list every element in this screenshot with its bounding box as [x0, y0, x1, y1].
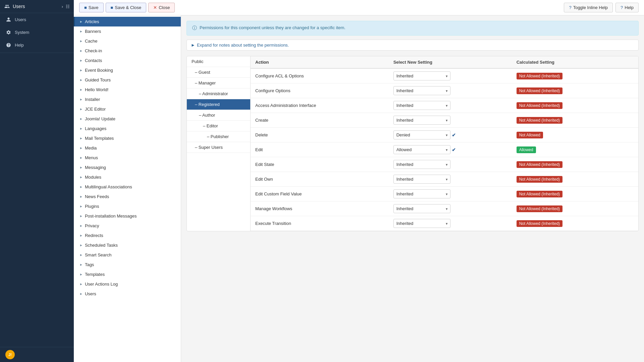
- select-cell: InheritedAllowedDenied✔: [389, 128, 512, 142]
- help-label: Help: [15, 43, 24, 48]
- calc-cell: Not Allowed (Inherited): [512, 83, 638, 98]
- sidebar-item-users[interactable]: Users: [0, 13, 74, 26]
- sidebar-top-left: Users: [4, 3, 25, 9]
- table-row: EditInheritedAllowedDenied✔Allowed: [251, 142, 638, 157]
- sidebar-footer: J!: [0, 347, 74, 362]
- component-privacy[interactable]: ► Privacy: [74, 221, 181, 231]
- calc-cell: Not Allowed (Inherited): [512, 201, 638, 216]
- help-icon2: ?: [621, 5, 623, 10]
- grid-icon[interactable]: ☷: [66, 4, 70, 9]
- component-newsfeeds[interactable]: ► News Feeds: [74, 192, 181, 201]
- component-installer[interactable]: ► Installer: [74, 95, 181, 104]
- users-icon: [5, 16, 11, 22]
- component-media[interactable]: ► Media: [74, 143, 181, 153]
- component-multilingual[interactable]: ► Multilingual Associations: [74, 182, 181, 192]
- group-manager[interactable]: – Manager: [187, 78, 250, 88]
- sidebar: Users › ☷ Users System Help J!: [0, 0, 74, 362]
- component-redirects[interactable]: ► Redirects: [74, 231, 181, 240]
- component-smartsearch[interactable]: ► Smart Search: [74, 250, 181, 260]
- permission-select[interactable]: InheritedAllowedDenied: [393, 175, 450, 184]
- component-useractions[interactable]: ► User Actions Log: [74, 279, 181, 289]
- info-icon: ⓘ: [192, 25, 197, 31]
- component-articles[interactable]: ► Articles: [74, 17, 181, 26]
- table-row: CreateInheritedAllowedDeniedNot Allowed …: [251, 113, 638, 128]
- permission-select[interactable]: InheritedAllowedDenied: [393, 160, 450, 169]
- permission-select[interactable]: InheritedAllowedDenied: [393, 101, 450, 110]
- component-jce[interactable]: ► JCE Editor: [74, 104, 181, 114]
- help-button[interactable]: ? Help: [615, 3, 639, 12]
- chevron-eventbooking: ►: [79, 68, 83, 72]
- save-close-button[interactable]: ■ Save & Close: [106, 3, 147, 12]
- component-postinstall[interactable]: ► Post-installation Messages: [74, 211, 181, 221]
- group-publisher[interactable]: – Publisher: [187, 131, 250, 142]
- component-checkin[interactable]: ► Check-in: [74, 46, 181, 56]
- component-plugins[interactable]: ► Plugins: [74, 201, 181, 211]
- component-modules[interactable]: ► Modules: [74, 172, 181, 182]
- select-cell: InheritedAllowedDenied✔: [389, 142, 512, 157]
- component-languages[interactable]: ► Languages: [74, 124, 181, 133]
- component-guidedtours[interactable]: ► Guided Tours: [74, 75, 181, 85]
- question-icon: ?: [569, 5, 571, 10]
- arrow-right-icon[interactable]: ›: [62, 4, 63, 9]
- chevron-menus: ►: [79, 156, 83, 160]
- group-author[interactable]: – Author: [187, 110, 250, 121]
- component-banners[interactable]: ► Banners: [74, 26, 181, 36]
- permission-select[interactable]: InheritedAllowedDenied: [393, 219, 450, 228]
- permission-select[interactable]: InheritedAllowedDenied: [393, 130, 450, 139]
- group-administrator[interactable]: – Administrator: [187, 88, 250, 99]
- groups-panel: Public – Guest – Manager – Administrator…: [187, 56, 251, 231]
- select-cell: InheritedAllowedDenied: [389, 98, 512, 113]
- component-helloworld[interactable]: ► Hello World!: [74, 85, 181, 95]
- save-button[interactable]: ■ Save: [79, 3, 104, 12]
- toggle-inline-help-button[interactable]: ? Toggle Inline Help: [564, 3, 613, 12]
- calc-cell: Not Allowed (Inherited): [512, 157, 638, 172]
- chevron-postinstall: ►: [79, 214, 83, 218]
- component-messaging[interactable]: ► Messaging: [74, 163, 181, 172]
- component-scheduledtasks[interactable]: ► Scheduled Tasks: [74, 240, 181, 250]
- toolbar: ■ Save ■ Save & Close ✕ Close ? Toggle I…: [74, 0, 644, 15]
- group-registered[interactable]: – Registered: [187, 99, 250, 110]
- close-icon: ✕: [153, 5, 157, 10]
- chevron-helloworld: ►: [79, 88, 83, 92]
- sidebar-item-help[interactable]: Help: [0, 39, 74, 51]
- component-templates[interactable]: ► Templates: [74, 269, 181, 279]
- permission-select[interactable]: InheritedAllowedDenied: [393, 189, 450, 198]
- chevron-checkin: ►: [79, 49, 83, 53]
- chevron-modules: ►: [79, 175, 83, 179]
- close-button[interactable]: ✕ Close: [148, 3, 175, 12]
- permission-select[interactable]: InheritedAllowedDenied: [393, 116, 450, 125]
- table-row: Configure OptionsInheritedAllowedDeniedN…: [251, 83, 638, 98]
- expand-permissions-link[interactable]: ► Expand for notes about setting the per…: [186, 40, 639, 51]
- component-menus[interactable]: ► Menus: [74, 153, 181, 163]
- status-badge: Not Allowed (Inherited): [517, 176, 562, 183]
- chevron-templates: ►: [79, 273, 83, 276]
- permission-select[interactable]: InheritedAllowedDenied: [393, 204, 450, 213]
- permissions-table-panel: Action Select New Setting Calculated Set…: [251, 56, 638, 231]
- component-joomlaupdate[interactable]: ► Joomla! Update: [74, 114, 181, 124]
- group-guest[interactable]: – Guest: [187, 67, 250, 78]
- permission-select[interactable]: InheritedAllowedDenied: [393, 71, 450, 80]
- component-tags[interactable]: ► Tags: [74, 260, 181, 269]
- component-eventbooking[interactable]: ► Event Booking: [74, 65, 181, 75]
- table-row: Edit OwnInheritedAllowedDeniedNot Allowe…: [251, 172, 638, 187]
- sidebar-top: Users › ☷: [0, 0, 74, 13]
- info-box: ⓘ Permissions for this component unless …: [186, 21, 639, 36]
- component-cache[interactable]: ► Cache: [74, 36, 181, 46]
- status-badge: Not Allowed (Inherited): [517, 87, 562, 94]
- group-superusers[interactable]: – Super Users: [187, 142, 250, 153]
- group-public[interactable]: Public: [187, 56, 250, 67]
- check-icon: ✔: [452, 132, 456, 138]
- component-mailtemplates[interactable]: ► Mail Templates: [74, 133, 181, 143]
- component-contacts[interactable]: ► Contacts: [74, 56, 181, 65]
- calc-cell: Not Allowed (Inherited): [512, 68, 638, 83]
- select-cell: InheritedAllowedDenied: [389, 201, 512, 216]
- group-editor[interactable]: – Editor: [187, 121, 250, 131]
- sidebar-item-system[interactable]: System: [0, 26, 74, 39]
- table-row: Edit Custom Field ValueInheritedAllowedD…: [251, 187, 638, 201]
- chevron-smartsearch: ►: [79, 253, 83, 257]
- permission-select[interactable]: InheritedAllowedDenied: [393, 86, 450, 95]
- calc-cell: Not Allowed: [512, 128, 638, 142]
- component-users[interactable]: ► Users: [74, 289, 181, 299]
- table-row: Edit StateInheritedAllowedDeniedNot Allo…: [251, 157, 638, 172]
- permission-select[interactable]: InheritedAllowedDenied: [393, 145, 450, 154]
